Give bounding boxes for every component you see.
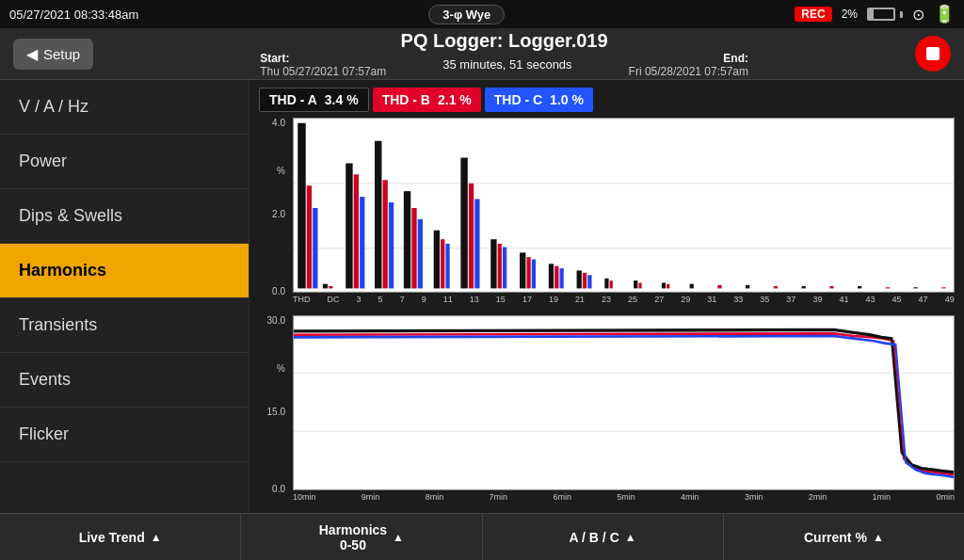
svg-rect-40 (662, 283, 666, 289)
svg-rect-24 (490, 239, 496, 288)
thd-c-value: 1.0 % (550, 92, 584, 107)
svg-rect-30 (549, 264, 554, 288)
rec-badge: REC (795, 7, 831, 22)
battery-pct: 2% (842, 8, 858, 21)
svg-rect-48 (858, 286, 861, 288)
tab-a-b-c[interactable]: A / B / C ▲ (483, 514, 724, 560)
thd-b-badge: THD - B 2.1 % (373, 88, 481, 112)
svg-rect-23 (474, 199, 479, 288)
tab-harmonics-label: Harmonics0-50 (319, 522, 387, 552)
bar-chart-x-labels: THD DC 3 5 7 9 11 13 15 17 19 21 23 25 2… (293, 293, 955, 306)
sidebar-item-flicker[interactable]: Flicker (0, 408, 249, 462)
stop-icon (926, 47, 940, 60)
svg-rect-27 (520, 252, 525, 288)
header: ◀ Setup PQ Logger: Logger.019 Start: Thu… (0, 28, 964, 80)
sidebar-item-power[interactable]: Power (0, 135, 249, 189)
start-value: Thu 05/27/2021 07:57am (260, 65, 386, 78)
thd-c-label: THD - C (494, 92, 542, 107)
battery-bar (867, 8, 903, 21)
end-value: Fri 05/28/2021 07:57am (629, 65, 748, 78)
svg-rect-39 (638, 283, 641, 289)
time-chart-x-labels: 10min 9min 8min 7min 6min 5min 4min 3min… (293, 490, 955, 504)
svg-rect-33 (577, 270, 582, 288)
svg-rect-22 (469, 184, 474, 289)
svg-rect-5 (307, 185, 312, 288)
back-icon: ◀ (26, 45, 38, 63)
thd-row: THD - A 3.4 % THD - B 2.1 % THD - C 1.0 … (259, 88, 955, 112)
status-right: REC 2% ⊙ 🔋 (795, 4, 955, 24)
svg-rect-28 (526, 257, 530, 288)
svg-rect-11 (360, 197, 364, 288)
tab-harmonics-0-50[interactable]: Harmonics0-50 ▲ (241, 514, 482, 560)
datetime: 05/27/2021 08:33:48am (9, 8, 138, 22)
sidebar: V / A / Hz Power Dips & Swells Harmonics… (0, 80, 249, 513)
thd-c-badge: THD - C 1.0 % (485, 88, 593, 112)
sidebar-item-events[interactable]: Events (0, 353, 249, 408)
battery-full-icon: 🔋 (934, 4, 955, 24)
svg-rect-15 (404, 191, 410, 288)
svg-rect-36 (604, 279, 608, 289)
page-title: PQ Logger: Logger.019 (401, 30, 608, 52)
svg-rect-25 (498, 244, 502, 288)
svg-rect-26 (503, 248, 506, 289)
thd-a-value: 3.4 % (325, 92, 359, 107)
tab-a-b-c-label: A / B / C (570, 530, 619, 545)
status-left: 05/27/2021 08:33:48am (9, 8, 138, 22)
thd-b-label: THD - B (382, 92, 430, 107)
setup-label: Setup (43, 46, 80, 62)
svg-rect-13 (383, 180, 388, 288)
wifi-icon: ⊙ (912, 6, 924, 24)
end-label: End: (723, 52, 748, 65)
thd-a-label: THD - A (269, 92, 317, 107)
sidebar-item-v-a-hz[interactable]: V / A / Hz (0, 80, 249, 135)
svg-rect-19 (441, 239, 444, 288)
svg-rect-37 (610, 280, 613, 288)
main-layout: V / A / Hz Power Dips & Swells Harmonics… (0, 80, 964, 513)
svg-rect-20 (445, 244, 449, 288)
setup-button[interactable]: ◀ Setup (13, 39, 93, 70)
svg-rect-17 (418, 219, 423, 289)
svg-rect-46 (802, 286, 806, 288)
mode-badge: 3-φ Wye (428, 5, 505, 24)
svg-rect-6 (313, 208, 317, 288)
charts-area: 4.0 % 2.0 0.0 (259, 118, 955, 509)
tab-live-trend[interactable]: Live Trend ▲ (0, 514, 241, 560)
svg-rect-50 (914, 287, 918, 288)
bar-chart-y-axis: 4.0 % 2.0 0.0 (259, 118, 289, 296)
tab-live-trend-arrow: ▲ (151, 531, 162, 544)
svg-rect-8 (329, 286, 332, 288)
content-area: THD - A 3.4 % THD - B 2.1 % THD - C 1.0 … (249, 80, 964, 513)
svg-rect-7 (323, 284, 328, 289)
svg-rect-14 (389, 202, 394, 288)
tab-current-pct-label: Current % (804, 530, 867, 545)
thd-a-badge: THD - A 3.4 % (259, 88, 369, 112)
tab-harmonics-arrow: ▲ (393, 531, 404, 544)
sidebar-item-harmonics[interactable]: Harmonics (0, 244, 249, 298)
stop-button[interactable] (915, 36, 951, 72)
svg-rect-4 (297, 123, 305, 289)
tab-live-trend-label: Live Trend (79, 530, 145, 545)
svg-rect-10 (354, 174, 359, 288)
sidebar-item-dips-swells[interactable]: Dips & Swells (0, 189, 249, 244)
svg-rect-42 (690, 284, 694, 289)
time-chart-svg (294, 316, 954, 489)
tab-a-b-c-arrow: ▲ (625, 531, 636, 544)
svg-rect-41 (667, 284, 669, 289)
bottom-tabs: Live Trend ▲ Harmonics0-50 ▲ A / B / C ▲… (0, 513, 964, 560)
svg-rect-29 (532, 260, 536, 289)
sidebar-item-transients[interactable]: Transients (0, 298, 249, 353)
svg-rect-43 (717, 285, 721, 289)
svg-rect-12 (375, 141, 381, 289)
duration: 35 minutes, 51 seconds (442, 57, 571, 72)
time-chart-container: 30.0 % 15.0 0.0 (259, 315, 955, 509)
bar-chart-svg (294, 119, 954, 292)
tab-current-pct[interactable]: Current % ▲ (724, 514, 964, 560)
svg-rect-21 (460, 158, 467, 289)
svg-rect-45 (774, 286, 778, 288)
status-bar: 05/27/2021 08:33:48am 3-φ Wye REC 2% ⊙ 🔋 (0, 0, 964, 28)
start-label: Start: (260, 52, 289, 65)
svg-rect-31 (554, 266, 558, 289)
svg-rect-16 (411, 208, 416, 288)
bar-chart-inner (293, 118, 955, 293)
svg-rect-32 (560, 268, 564, 288)
